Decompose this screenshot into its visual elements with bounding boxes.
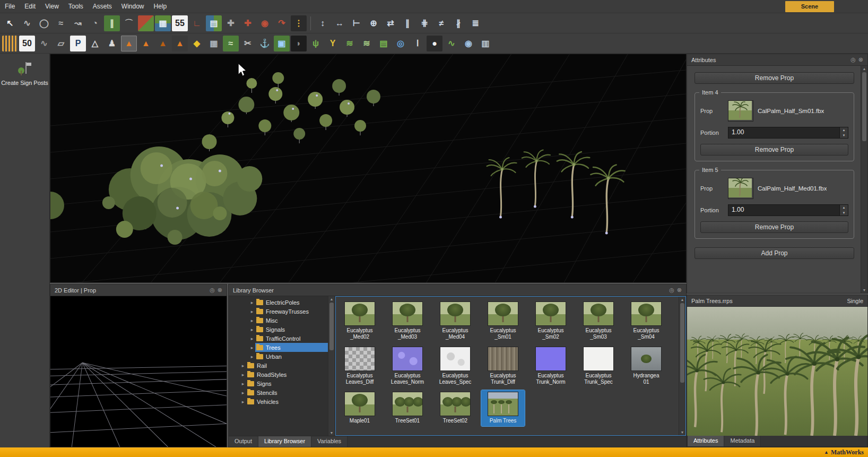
tree-item-stencils[interactable]: ▸Stencils: [229, 388, 328, 397]
prop-pair-icon[interactable]: ▲: [138, 36, 154, 51]
scroll-up-icon[interactable]: ▲: [330, 297, 334, 301]
asset-eucalyptus-leaves_norm[interactable]: Eucalyptus Leaves_Norm: [386, 345, 429, 387]
expand-arrow-icon[interactable]: ▸: [249, 345, 255, 350]
asset-eucalyptus-_sm01[interactable]: Eucalyptus _Sm01: [481, 300, 525, 342]
asset-eucalyptus-leaves_diff[interactable]: Eucalyptus Leaves_Diff: [338, 345, 381, 387]
spin-up-icon[interactable]: ▴: [840, 205, 848, 210]
menu-view[interactable]: View: [40, 1, 64, 13]
asset-eucalyptus-_med04[interactable]: Eucalyptus _Med04: [433, 300, 477, 342]
lane-swap-icon[interactable]: ⇄: [383, 15, 398, 31]
menu-tools[interactable]: Tools: [64, 1, 88, 13]
tree-item-roadstyles[interactable]: ▸RoadStyles: [229, 370, 328, 379]
viewport-3d[interactable]: [50, 54, 687, 283]
measure-tool-icon[interactable]: Ⅰ: [410, 36, 426, 51]
tree-item-vehicles[interactable]: ▸Vehicles: [229, 397, 328, 406]
prop-cone-tool-icon[interactable]: ▲: [121, 36, 137, 51]
junction-red-icon[interactable]: ✚: [240, 15, 256, 31]
intersection-icon[interactable]: ✚: [223, 15, 239, 31]
dock-tab-library-browser[interactable]: Library Browser: [258, 436, 311, 447]
expand-arrow-icon[interactable]: ▸: [240, 399, 246, 404]
vegetation-tool-icon[interactable]: ψ: [308, 36, 324, 51]
camera-tool-icon[interactable]: ●: [427, 36, 442, 51]
asset-eucalyptus-_sm04[interactable]: Eucalyptus _Sm04: [624, 300, 668, 342]
expand-arrow-icon[interactable]: ▸: [249, 327, 255, 332]
tree-item-trafficcontrol[interactable]: ▸TrafficControl: [229, 334, 328, 343]
prop-thumbnail[interactable]: [728, 178, 753, 199]
scroll-up-icon[interactable]: ▲: [863, 66, 866, 71]
asset-eucalyptus-trunk_norm[interactable]: Eucalyptus Trunk_Norm: [529, 345, 572, 387]
asset-scrollbar[interactable]: ▲ ▼: [679, 297, 685, 435]
tree-item-rail[interactable]: ▸Rail: [229, 361, 328, 370]
freeform-curve-icon[interactable]: ≈: [53, 15, 69, 31]
road-segment-icon[interactable]: ∿: [36, 36, 52, 51]
scroll-down-icon[interactable]: ▼: [330, 430, 334, 435]
menu-edit[interactable]: Edit: [20, 1, 40, 13]
road-export-icon[interactable]: ∿: [444, 36, 459, 51]
remove-prop-button[interactable]: Remove Prop: [695, 72, 854, 84]
asset-treeset01[interactable]: TreeSet01: [386, 390, 429, 426]
preview-mode-selector[interactable]: Single: [847, 298, 863, 304]
asset-eucalyptus-_sm02[interactable]: Eucalyptus _Sm02: [529, 300, 572, 342]
road-width-icon[interactable]: ↔: [332, 15, 348, 31]
lane-parallel-icon[interactable]: ∥: [400, 15, 415, 31]
roundabout-icon[interactable]: ◉: [257, 15, 273, 31]
scroll-down-icon[interactable]: ▼: [863, 288, 866, 292]
prop-cluster-icon[interactable]: ▲: [172, 36, 188, 51]
panel-options-icon[interactable]: ◎: [669, 287, 674, 294]
expand-arrow-icon[interactable]: ▸: [249, 309, 255, 314]
lane-handle-icon[interactable]: ⊕: [366, 15, 381, 31]
bridge-tool-icon[interactable]: ⌒: [121, 15, 137, 31]
asset-eucalyptus-_sm03[interactable]: Eucalyptus _Sm03: [577, 300, 620, 342]
parking-tool-icon[interactable]: P: [70, 36, 86, 51]
asset-eucalyptus-_med02[interactable]: Eucalyptus _Med02: [338, 300, 381, 342]
tree-item-electricpoles[interactable]: ▸ElectricPoles: [229, 298, 328, 307]
scroll-thumb[interactable]: [329, 303, 334, 350]
circle-tool-icon[interactable]: ◯: [36, 15, 52, 31]
add-prop-button[interactable]: Add Prop: [695, 247, 854, 259]
panel-options-icon[interactable]: ◎: [210, 287, 215, 294]
dock-tab-variables[interactable]: Variables: [311, 436, 348, 447]
remove-prop-button[interactable]: Remove Prop: [700, 144, 848, 156]
menu-help[interactable]: Help: [149, 1, 172, 13]
portion-spinbox[interactable]: 1.00 ▴ ▾: [728, 127, 848, 139]
highway-tool-icon[interactable]: ∥: [104, 15, 120, 31]
dock-tab-output[interactable]: Output: [229, 436, 258, 447]
shadow-tool-icon[interactable]: ◗: [291, 36, 307, 51]
surface-layer-icon[interactable]: ≋: [342, 36, 358, 51]
road-corner-icon[interactable]: ∟: [189, 15, 205, 31]
signal-curve-icon[interactable]: ↷: [274, 15, 290, 31]
select-cursor-icon[interactable]: ↖: [2, 15, 18, 31]
speed-limit-55-icon[interactable]: 55: [172, 15, 188, 31]
scene-preview-icon[interactable]: ◉: [461, 36, 476, 51]
preview-tab-attributes[interactable]: Attributes: [688, 436, 724, 446]
asset-eucalyptus-trunk_spec[interactable]: Eucalyptus Trunk_Spec: [577, 345, 620, 387]
expand-arrow-icon[interactable]: ▸: [240, 381, 246, 386]
lane-width-icon[interactable]: ↕: [315, 15, 331, 31]
asset-eucalyptus-leaves_spec[interactable]: Eucalyptus Leaves_Spec: [433, 345, 477, 387]
panel-options-icon[interactable]: ◎: [850, 56, 856, 63]
remove-prop-button[interactable]: Remove Prop: [700, 221, 848, 233]
menu-window[interactable]: Window: [117, 1, 149, 13]
portion-spinbox[interactable]: 1.00 ▴ ▾: [728, 204, 848, 216]
preview-tab-metadata[interactable]: Metadata: [724, 436, 761, 446]
speed-sign-50-icon[interactable]: 50: [19, 36, 35, 51]
tree-item-freewaytrusses[interactable]: ▸FreewayTrusses: [229, 307, 328, 316]
surface-layer-alt-icon[interactable]: ≋: [359, 36, 375, 51]
scroll-down-icon[interactable]: ▼: [681, 430, 684, 435]
hazard-sign-icon[interactable]: ◆: [189, 36, 205, 51]
lane-marking-icon[interactable]: ≣: [467, 15, 483, 31]
layer-stack-icon[interactable]: ▤: [376, 36, 392, 51]
create-sign-posts-tool[interactable]: Create Sign Posts: [1, 60, 49, 86]
panel-float-icon[interactable]: ⊗: [218, 287, 222, 294]
panel-float-icon[interactable]: ⊗: [858, 56, 863, 63]
branch-tool-icon[interactable]: Y: [325, 36, 341, 51]
tree-item-misc[interactable]: ▸Misc: [229, 316, 328, 325]
lane-offset-icon[interactable]: ⊢: [349, 15, 364, 31]
tree-scrollbar[interactable]: ▲ ▼: [328, 296, 335, 436]
asset-eucalyptus-_med03[interactable]: Eucalyptus _Med03: [386, 300, 429, 342]
expand-arrow-icon[interactable]: ▸: [240, 372, 246, 377]
arc-protractor-icon[interactable]: ◔: [87, 15, 103, 31]
tree-item-signals[interactable]: ▸Signals: [229, 325, 328, 334]
expand-arrow-icon[interactable]: ▸: [240, 390, 246, 395]
region-tool-icon[interactable]: ▣: [274, 36, 290, 51]
